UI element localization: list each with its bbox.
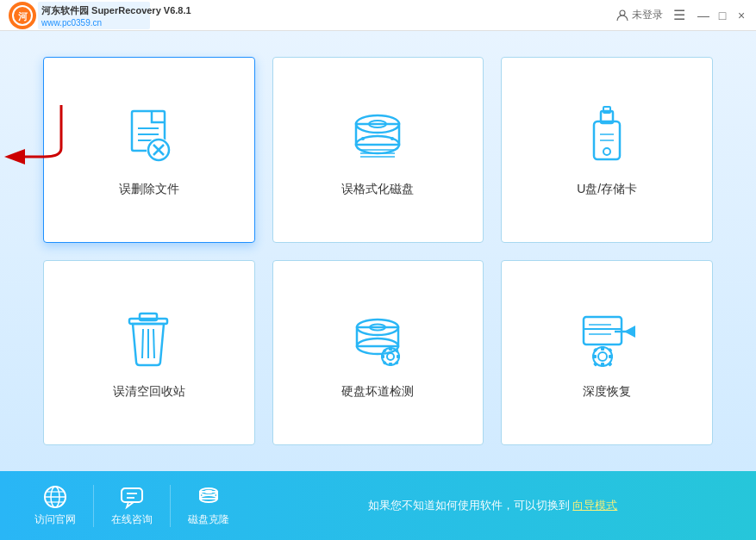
svg-text:河东软件园 SuperRecovery V6.8.1: 河东软件园 SuperRecovery V6.8.1 [41,5,191,16]
user-area[interactable]: 未登录 [616,8,663,22]
chat-icon [120,485,144,509]
svg-rect-63 [608,363,612,367]
visit-website-button[interactable]: 访问官网 [17,485,94,527]
footer: 访问官网 在线咨询 [0,471,756,540]
svg-text:河: 河 [18,11,28,22]
svg-rect-61 [609,355,613,358]
maximize-button[interactable]: □ [715,8,730,23]
window-controls: — □ × [696,8,749,23]
svg-line-36 [153,329,154,358]
grid-item-bad-sector[interactable]: 硬盘坏道检测 [272,260,484,446]
main-content: 误删除文件 [0,31,756,471]
title-bar-right: 未登录 ☰ — □ × [616,7,749,23]
svg-rect-59 [601,363,604,367]
deleted-file-icon [115,102,184,171]
grid-item-deleted-files[interactable]: 误删除文件 [43,57,255,243]
footer-info: 如果您不知道如何使用软件，可以切换到 向导模式 [247,498,739,513]
grid-item-deep-recovery[interactable]: 深度恢复 [501,260,713,446]
disk-clone-button[interactable]: 磁盘克隆 [171,485,247,527]
online-consult-label: 在线咨询 [111,512,153,527]
svg-point-31 [603,148,610,155]
grid-item-deleted-files-label: 误删除文件 [119,182,179,197]
grid-item-recycle-bin[interactable]: 误清空回收站 [43,260,255,446]
svg-rect-60 [592,355,597,358]
user-icon [616,9,628,22]
grid-item-usb-storage-label: U盘/存储卡 [577,182,637,197]
close-button[interactable]: × [734,8,749,23]
app-logo: 河 河东软件园 SuperRecovery V6.8.1 www.pc0359.… [7,0,93,31]
svg-rect-44 [389,363,392,366]
svg-rect-45 [381,355,384,358]
svg-rect-43 [389,347,392,351]
grid-item-format-disk[interactable]: 误格式化磁盘 [272,57,484,243]
user-label: 未登录 [632,8,663,22]
svg-line-34 [142,329,143,358]
minimize-button[interactable]: — [696,8,711,23]
svg-point-6 [620,10,625,16]
title-bar: 河 河东软件园 SuperRecovery V6.8.1 www.pc0359.… [0,0,756,31]
arrow-overlay [18,101,70,173]
globe-icon [43,485,67,509]
svg-text:www.pc0359.cn: www.pc0359.cn [41,18,102,28]
footer-buttons: 访问官网 在线咨询 [17,485,247,527]
usb-icon [572,102,641,171]
svg-rect-71 [122,488,142,502]
title-bar-left: 河 河东软件园 SuperRecovery V6.8.1 www.pc0359.… [7,0,93,31]
grid-item-usb-storage[interactable]: U盘/存储卡 [501,57,713,243]
svg-point-57 [598,352,607,361]
wizard-mode-link[interactable]: 向导模式 [572,498,617,513]
grid-container: 误删除文件 [43,57,713,445]
grid-item-recycle-bin-label: 误清空回收站 [113,384,185,400]
svg-point-21 [361,137,365,140]
svg-rect-33 [140,313,157,320]
grid-item-bad-sector-label: 硬盘坏道检测 [341,384,414,400]
bad-sector-icon [343,305,412,374]
svg-rect-58 [601,346,604,351]
svg-point-22 [390,137,394,140]
visit-website-label: 访问官网 [34,512,76,527]
grid-item-format-disk-label: 误格式化磁盘 [341,182,414,197]
recycle-bin-icon [115,305,184,374]
footer-info-text: 如果您不知道如何使用软件，可以切换到 [368,498,570,513]
online-consult-button[interactable]: 在线咨询 [94,485,171,527]
deep-recovery-icon [572,305,641,374]
menu-icon[interactable]: ☰ [673,7,685,23]
disk-clone-label: 磁盘克隆 [188,512,229,527]
svg-point-42 [387,353,394,360]
grid-item-deep-recovery-label: 深度恢复 [583,384,631,400]
svg-rect-65 [593,363,597,367]
disk-clone-icon [197,485,221,509]
svg-rect-46 [397,355,400,358]
format-disk-icon [343,102,412,171]
